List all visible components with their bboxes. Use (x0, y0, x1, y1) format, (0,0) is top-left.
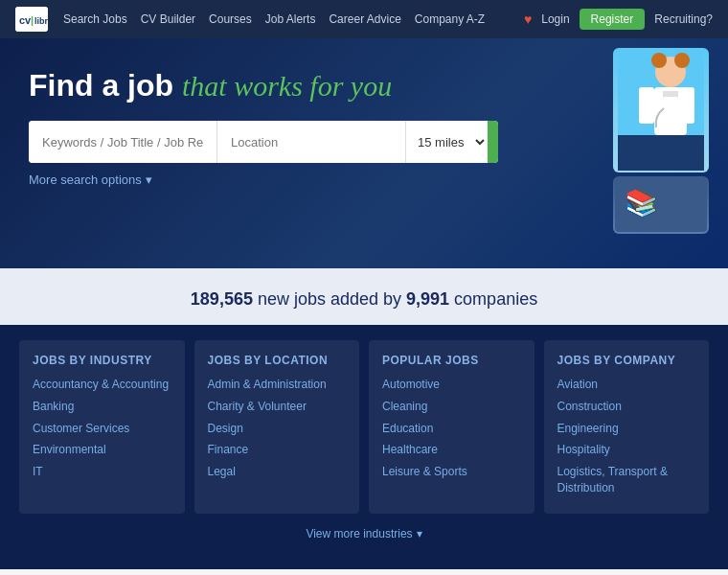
nav-company-az[interactable]: Company A-Z (415, 12, 485, 26)
category-location: Jobs by Location Admin & Administration … (194, 340, 360, 514)
svg-point-11 (674, 53, 690, 68)
more-search-options[interactable]: More search options ▾ (29, 172, 527, 187)
cat-link[interactable]: Environmental (33, 442, 171, 458)
location-input[interactable] (217, 121, 405, 163)
stats-label: new jobs added by (258, 289, 406, 309)
stats-companies-count: 9,991 (406, 289, 449, 309)
cat-link[interactable]: Cleaning (382, 399, 521, 415)
cat-link[interactable]: Design (208, 421, 347, 437)
chevron-down-icon: ▾ (146, 172, 152, 187)
svg-rect-9 (679, 87, 694, 124)
cat-link[interactable]: Automotive (382, 377, 521, 393)
nav-courses[interactable]: Courses (209, 12, 252, 26)
cat-link[interactable]: Leisure & Sports (382, 464, 521, 480)
hero-text: Find a job that works for you 15 miles 5… (29, 67, 527, 187)
view-more-industries[interactable]: View more industries ▾ (19, 527, 709, 540)
cat-link[interactable]: Engineering (557, 421, 696, 437)
svg-rect-8 (639, 87, 654, 124)
category-company-title: Jobs by Company (557, 354, 696, 367)
nav-search-jobs[interactable]: Search Jobs (63, 12, 127, 26)
cat-link[interactable]: IT (33, 464, 171, 480)
find-jobs-button[interactable]: Find Jobs 🔍 (488, 121, 498, 163)
category-popular-title: Popular Jobs (382, 354, 521, 367)
cat-link[interactable]: Education (382, 421, 521, 437)
distance-select[interactable]: 15 miles 5 miles 10 miles 20 miles 30 mi… (405, 121, 488, 163)
cat-link[interactable]: Finance (208, 442, 347, 458)
svg-point-10 (651, 53, 667, 68)
cat-link[interactable]: Construction (557, 399, 696, 415)
wishlist-icon[interactable]: ♥ (524, 12, 532, 27)
cat-link[interactable]: Hospitality (557, 442, 696, 458)
hero-image-main (613, 48, 709, 172)
stats-jobs-count: 189,565 (191, 289, 253, 309)
nav-right: ♥ Login Register Recruiting? (524, 9, 713, 30)
nav-cv-builder[interactable]: CV Builder (141, 12, 195, 26)
small-image: 📚 (613, 176, 709, 234)
category-industry: Jobs by Industry Accountancy & Accountin… (19, 340, 185, 514)
category-industry-title: Jobs by Industry (33, 354, 171, 367)
featured-section: Featured recruiters and employers ‹ LOTU… (0, 569, 728, 575)
cat-link[interactable]: Banking (33, 399, 171, 415)
cat-link[interactable]: Healthcare (382, 442, 521, 458)
svg-rect-12 (618, 135, 704, 171)
cat-link[interactable]: Admin & Administration (208, 377, 347, 393)
nav-job-alerts[interactable]: Job Alerts (265, 12, 316, 26)
category-popular: Popular Jobs Automotive Cleaning Educati… (369, 340, 535, 514)
hero-title: Find a job that works for you (29, 67, 527, 104)
svg-text:library: library (34, 16, 48, 26)
hero-title-italic: that works for you (182, 70, 392, 102)
chevron-down-icon: ▾ (417, 527, 422, 540)
cat-link[interactable]: Charity & Volunteer (208, 399, 347, 415)
navigation: cv | library Search Jobs CV Builder Cour… (0, 0, 728, 38)
stats-bar: 189,565 new jobs added by 9,991 companie… (0, 268, 728, 325)
category-location-title: Jobs by Location (208, 354, 347, 367)
hero-title-part1: Find a job (29, 68, 173, 103)
nav-recruiting[interactable]: Recruiting? (654, 12, 713, 26)
hero-images: 📚 (613, 48, 709, 234)
logo-icon: cv | library (15, 7, 48, 32)
categories-section: Jobs by Industry Accountancy & Accountin… (0, 325, 728, 569)
cat-link[interactable]: Logistics, Transport & Distribution (557, 464, 696, 496)
search-bar: 15 miles 5 miles 10 miles 20 miles 30 mi… (29, 121, 498, 163)
cat-link[interactable]: Customer Services (33, 421, 171, 437)
keyword-input[interactable] (29, 121, 217, 163)
cat-link[interactable]: Aviation (557, 377, 696, 393)
hero-section: Find a job that works for you 15 miles 5… (0, 38, 728, 268)
svg-rect-7 (663, 91, 678, 97)
stats-text: 189,565 new jobs added by 9,991 companie… (191, 289, 537, 309)
nav-links: Search Jobs CV Builder Courses Job Alert… (63, 12, 509, 26)
category-company: Jobs by Company Aviation Construction En… (544, 340, 710, 514)
stats-companies-label: companies (454, 289, 537, 309)
svg-text:|: | (31, 14, 34, 26)
cat-link[interactable]: Accountancy & Accounting (33, 377, 171, 393)
register-button[interactable]: Register (580, 9, 646, 30)
hero-image-small: 📚 (613, 176, 709, 234)
cat-link[interactable]: Legal (208, 464, 347, 480)
nav-career-advice[interactable]: Career Advice (329, 12, 400, 26)
svg-text:📚: 📚 (625, 187, 658, 218)
site-logo[interactable]: cv | library (15, 7, 48, 32)
categories-grid: Jobs by Industry Accountancy & Accountin… (19, 340, 709, 514)
nav-login[interactable]: Login (541, 12, 569, 26)
nurse-image (613, 48, 709, 172)
